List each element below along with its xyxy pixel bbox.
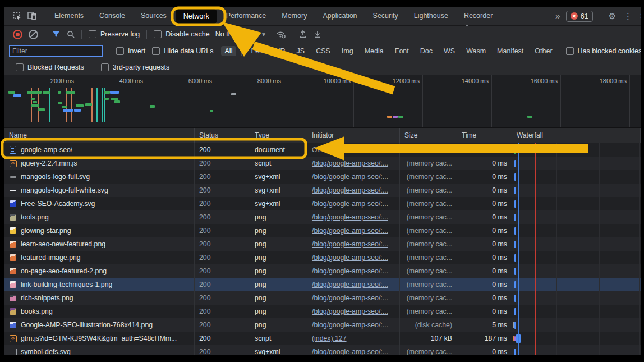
cell-size[interactable]: (memory cac... bbox=[400, 197, 457, 210]
initiator-link[interactable]: /blog/google-amp-seo/:... bbox=[312, 254, 388, 262]
request-row[interactable]: mangools-logo-full.svg200svg+xml/blog/go… bbox=[4, 170, 641, 184]
cell-type[interactable]: png bbox=[250, 278, 307, 291]
cell-waterfall[interactable] bbox=[512, 332, 641, 345]
filter-type-wasm[interactable]: Wasm bbox=[462, 46, 490, 56]
cell-waterfall[interactable] bbox=[512, 237, 641, 251]
cell-waterfall[interactable] bbox=[512, 264, 641, 278]
kebab-menu-icon[interactable]: ⋮ bbox=[620, 11, 636, 21]
initiator-link[interactable]: /blog/google-amp-seo/:... bbox=[312, 281, 388, 288]
cell-time[interactable]: 0 ms bbox=[457, 157, 512, 170]
tab-sources[interactable]: Sources bbox=[133, 7, 174, 25]
cell-name[interactable]: <>gtm.js?id=GTM-KJ9SW4K&gtm_auth=S48cHMm… bbox=[4, 332, 195, 345]
cell-name[interactable]: tools.png bbox=[4, 210, 195, 224]
cell-initiator[interactable]: /blog/google-amp-seo/:... bbox=[307, 291, 400, 305]
cell-size[interactable]: (memory cac... bbox=[400, 237, 457, 251]
cell-name[interactable]: featured-image.png bbox=[4, 251, 195, 264]
cell-size[interactable]: 107 kB bbox=[400, 332, 457, 345]
hide-data-urls-checkbox[interactable]: Hide data URLs bbox=[152, 47, 213, 55]
initiator-link[interactable]: /blog/google-amp-seo/:... bbox=[312, 240, 388, 248]
cell-size[interactable]: (memory cac... bbox=[400, 170, 457, 184]
record-network-log-button[interactable] bbox=[13, 30, 22, 39]
cell-time[interactable]: 0 ms bbox=[457, 251, 512, 264]
cell-status[interactable]: 200 bbox=[195, 224, 250, 237]
cell-name[interactable]: glowing-star.png bbox=[4, 224, 195, 237]
request-row[interactable]: learn-seo-new-featured.png200png/blog/go… bbox=[4, 237, 641, 251]
request-row[interactable]: Free-SEO-Academy.svg200svg+xml/blog/goog… bbox=[4, 197, 641, 210]
cell-initiator[interactable]: /blog/google-amp-seo/:... bbox=[307, 278, 400, 291]
cell-status[interactable]: 200 bbox=[195, 332, 250, 345]
cell-type[interactable]: script bbox=[250, 157, 307, 170]
cell-waterfall[interactable] bbox=[512, 345, 641, 355]
request-row[interactable]: link-building-techniques-1.png200png/blo… bbox=[4, 278, 641, 291]
initiator-link[interactable]: /blog/google-amp-seo/:... bbox=[312, 321, 388, 329]
cell-time[interactable]: 0 ms bbox=[457, 237, 512, 251]
column-header-status[interactable]: Status bbox=[195, 128, 250, 143]
cell-initiator[interactable]: /blog/google-amp-seo/:... bbox=[307, 345, 400, 355]
cell-initiator[interactable]: /blog/google-amp-seo/:... bbox=[307, 224, 400, 237]
request-row[interactable]: featured-image.png200png/blog/google-amp… bbox=[4, 251, 641, 264]
request-row[interactable]: <>jquery-2.2.4.min.js200script/blog/goog… bbox=[4, 157, 641, 170]
settings-gear-icon[interactable]: ⚙ bbox=[605, 11, 620, 21]
invert-checkbox[interactable]: Invert bbox=[116, 47, 145, 55]
cell-initiator[interactable]: /blog/google-amp-seo/:... bbox=[307, 157, 400, 170]
request-row[interactable]: rich-snippets.png200png/blog/google-amp-… bbox=[4, 291, 641, 305]
third-party-requests-checkbox[interactable]: 3rd-party requests bbox=[101, 63, 169, 71]
request-row[interactable]: mangools-logo-full-white.svg200svg+xml/b… bbox=[4, 184, 641, 197]
cell-type[interactable]: document bbox=[250, 143, 307, 157]
cell-time[interactable]: 0 ms bbox=[457, 184, 512, 197]
request-row[interactable]: google-amp-seo/200documentOther29.4 kB28… bbox=[4, 143, 641, 157]
filter-type-fetchxhr[interactable]: Fetch/XHR bbox=[247, 46, 289, 56]
tab-console[interactable]: Console bbox=[91, 7, 133, 25]
request-row[interactable]: glowing-star.png200png/blog/google-amp-s… bbox=[4, 224, 641, 237]
request-row[interactable]: symbol-defs.svg200svg+xml/blog/google-am… bbox=[4, 345, 641, 355]
cell-initiator[interactable]: (index):127 bbox=[307, 332, 400, 345]
cell-type[interactable]: script bbox=[250, 332, 307, 345]
cell-time[interactable]: 5 ms bbox=[457, 318, 512, 332]
cell-size[interactable]: (memory cac... bbox=[400, 224, 457, 237]
tab-memory[interactable]: Memory bbox=[274, 7, 315, 25]
network-conditions-icon[interactable] bbox=[275, 29, 287, 40]
initiator-link[interactable]: /blog/google-amp-seo/:... bbox=[312, 267, 388, 275]
cell-waterfall[interactable] bbox=[512, 305, 641, 318]
tab-security[interactable]: Security bbox=[365, 7, 406, 25]
cell-time[interactable]: 0 ms bbox=[457, 170, 512, 184]
cell-name[interactable]: books.png bbox=[4, 305, 195, 318]
cell-time[interactable]: 288 ms bbox=[457, 143, 512, 157]
filter-type-font[interactable]: Font bbox=[391, 46, 413, 56]
cell-name[interactable]: learn-seo-new-featured.png bbox=[4, 237, 195, 251]
cell-size[interactable]: (memory cac... bbox=[400, 157, 457, 170]
cell-type[interactable]: svg+xml bbox=[250, 197, 307, 210]
tab-lighthouse[interactable]: Lighthouse bbox=[406, 7, 456, 25]
network-overview-timeline[interactable]: 2000 ms4000 ms6000 ms8000 ms10000 ms1200… bbox=[4, 75, 641, 128]
request-row[interactable]: Google-AMP-SEO-illustration-768x414.png2… bbox=[4, 318, 641, 332]
cell-status[interactable]: 200 bbox=[195, 278, 250, 291]
cell-name[interactable]: symbol-defs.svg bbox=[4, 345, 195, 355]
cell-waterfall[interactable] bbox=[512, 251, 641, 264]
tab-elements[interactable]: Elements bbox=[47, 7, 91, 25]
cell-initiator[interactable]: /blog/google-amp-seo/:... bbox=[307, 305, 400, 318]
cell-type[interactable]: svg+xml bbox=[250, 184, 307, 197]
filter-type-img[interactable]: Img bbox=[338, 46, 357, 56]
cell-waterfall[interactable] bbox=[512, 143, 641, 157]
inspect-element-icon[interactable] bbox=[12, 11, 23, 22]
close-devtools-icon[interactable]: ✕ bbox=[636, 12, 641, 20]
initiator-link[interactable]: /blog/google-amp-seo/:... bbox=[312, 348, 388, 355]
cell-status[interactable]: 200 bbox=[195, 237, 250, 251]
cell-time[interactable]: 0 ms bbox=[457, 345, 512, 355]
cell-time[interactable]: 0 ms bbox=[457, 278, 512, 291]
column-header-waterfall[interactable]: Waterfall bbox=[512, 128, 641, 143]
column-header-initiator[interactable]: Initiator bbox=[307, 128, 400, 143]
initiator-link[interactable]: /blog/google-amp-seo/:... bbox=[312, 186, 388, 194]
filter-type-all[interactable]: All bbox=[221, 46, 237, 56]
tab-network[interactable]: Network bbox=[176, 9, 217, 24]
cell-initiator[interactable]: /blog/google-amp-seo/:... bbox=[307, 251, 400, 264]
column-header-size[interactable]: Size bbox=[400, 128, 457, 143]
initiator-link[interactable]: /blog/google-amp-seo/:... bbox=[312, 200, 388, 208]
disable-cache-checkbox[interactable]: Disable cache bbox=[154, 30, 210, 38]
cell-size[interactable]: (memory cac... bbox=[400, 345, 457, 355]
clear-network-log-button[interactable] bbox=[29, 30, 38, 39]
cell-size[interactable]: (memory cac... bbox=[400, 291, 457, 305]
import-har-icon[interactable] bbox=[297, 29, 309, 40]
initiator-link[interactable]: /blog/google-amp-seo/:... bbox=[312, 213, 388, 221]
has-blocked-cookies-checkbox[interactable]: Has blocked cookies bbox=[566, 47, 641, 55]
